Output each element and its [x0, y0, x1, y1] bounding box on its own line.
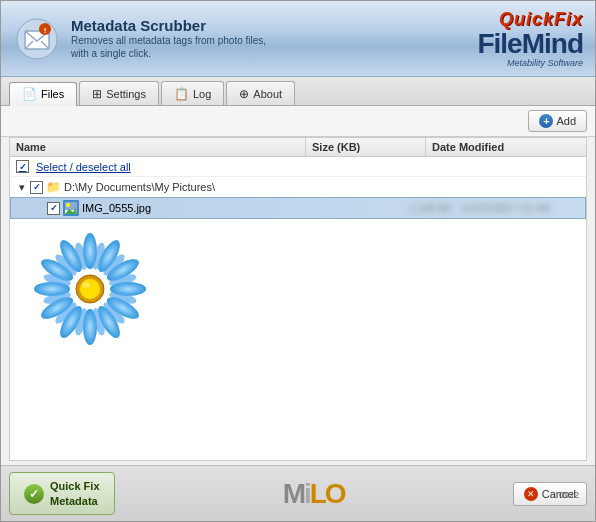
log-tab-icon: 📋 — [174, 87, 189, 101]
milo-o: O — [325, 478, 345, 509]
version-text: 0922 — [559, 490, 579, 500]
tab-settings[interactable]: ⊞ Settings — [79, 81, 159, 105]
column-headers: Name Size (KB) Date Modified — [10, 138, 586, 157]
select-all-row[interactable]: Select / deselect all — [10, 157, 586, 177]
folder-path: D:\My Documents\My Pictures\ — [64, 181, 582, 193]
file-name: IMG_0555.jpg — [82, 202, 381, 214]
image-preview-area — [10, 219, 586, 359]
tab-log[interactable]: 📋 Log — [161, 81, 224, 105]
brand-logo: QuickFix FileMind Metability Software — [477, 9, 583, 68]
svg-text:!: ! — [44, 26, 47, 35]
col-size: Size (KB) — [306, 138, 426, 156]
flower-preview — [30, 229, 150, 349]
quick-fix-text: Quick Fix Metadata — [50, 479, 100, 508]
brand-tagline-text: Metability Software — [477, 58, 583, 68]
folder-row[interactable]: ▾ 📁 D:\My Documents\My Pictures\ — [10, 177, 586, 197]
file-date: 12/22/2009 7:31 AM — [461, 203, 581, 214]
add-plus-icon: + — [539, 114, 553, 128]
tabs-bar: 📄 Files ⊞ Settings 📋 Log ⊕ About — [1, 77, 595, 106]
app-header: ! Metadata Scrubber Removes all metadata… — [1, 1, 595, 77]
app-icon: ! — [13, 15, 61, 63]
app-subtitle: Removes all metadata tags from photo fil… — [71, 34, 271, 60]
select-all-checkbox[interactable] — [16, 160, 29, 173]
about-tab-icon: ⊕ — [239, 87, 249, 101]
file-list[interactable]: Select / deselect all ▾ 📁 D:\My Document… — [10, 157, 586, 460]
milo-m: M — [283, 478, 304, 509]
quick-fix-line1: Quick Fix — [50, 479, 100, 493]
file-checkbox[interactable] — [47, 202, 60, 215]
folder-checkbox[interactable] — [30, 181, 43, 194]
brand-quickfix-text: QuickFix — [477, 9, 583, 30]
folder-toggle[interactable]: ▾ — [14, 179, 30, 195]
col-date: Date Modified — [426, 138, 586, 156]
milo-l: L — [310, 478, 325, 509]
tab-about[interactable]: ⊕ About — [226, 81, 295, 105]
tab-files[interactable]: 📄 Files — [9, 82, 77, 106]
file-area: Name Size (KB) Date Modified Select / de… — [9, 137, 587, 461]
header-text: Metadata Scrubber Removes all metadata t… — [71, 17, 271, 60]
footer-center: MiLO — [115, 478, 513, 510]
file-size: 1,248 KB — [381, 203, 461, 214]
col-name: Name — [10, 138, 306, 156]
toolbar: + Add — [1, 106, 595, 137]
quick-fix-button[interactable]: ✓ Quick Fix Metadata — [9, 472, 115, 515]
file-type-icon — [63, 200, 79, 216]
brand-filemind-text: FileMind — [477, 30, 583, 58]
tab-log-label: Log — [193, 88, 211, 100]
add-button-label: Add — [556, 115, 576, 127]
svg-point-37 — [82, 282, 90, 288]
svg-point-9 — [66, 203, 70, 207]
tab-settings-label: Settings — [106, 88, 146, 100]
folder-icon: 📁 — [46, 180, 61, 194]
app-title: Metadata Scrubber — [71, 17, 271, 34]
file-row[interactable]: IMG_0555.jpg 1,248 KB 12/22/2009 7:31 AM — [10, 197, 586, 219]
header-left: ! Metadata Scrubber Removes all metadata… — [13, 15, 271, 63]
svg-point-36 — [80, 279, 100, 299]
settings-tab-icon: ⊞ — [92, 87, 102, 101]
tab-files-label: Files — [41, 88, 64, 100]
footer: ✓ Quick Fix Metadata MiLO ✕ Cancel 0922 — [1, 465, 595, 521]
tab-about-label: About — [253, 88, 282, 100]
quick-fix-icon: ✓ — [24, 484, 44, 504]
quick-fix-line2: Metadata — [50, 494, 100, 508]
select-all-label: Select / deselect all — [36, 161, 131, 173]
main-window: ! Metadata Scrubber Removes all metadata… — [0, 0, 596, 522]
milo-logo: MiLO — [283, 478, 345, 510]
add-button[interactable]: + Add — [528, 110, 587, 132]
files-tab-icon: 📄 — [22, 87, 37, 101]
footer-right: ✕ Cancel 0922 — [513, 482, 587, 506]
cancel-icon: ✕ — [524, 487, 538, 501]
